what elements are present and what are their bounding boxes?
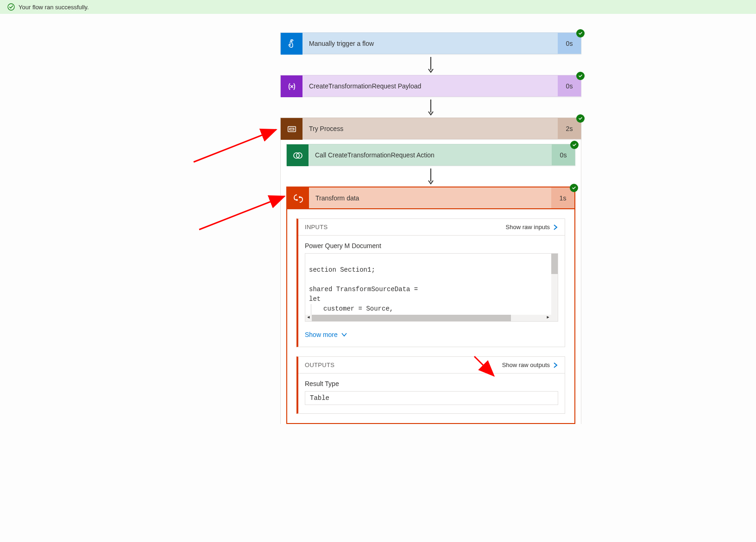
svg-rect-3 <box>288 126 296 131</box>
dataverse-icon <box>287 144 309 166</box>
success-banner: Your flow ran successfully. <box>0 0 756 14</box>
transform-icon <box>287 187 309 209</box>
scroll-right-arrow-icon[interactable]: ► <box>545 315 551 321</box>
svg-line-11 <box>199 196 284 230</box>
connector-arrow <box>280 97 581 118</box>
step-transform-data[interactable]: Transform data 1s <box>286 187 575 209</box>
success-message: Your flow ran successfully. <box>19 4 89 11</box>
scroll-left-arrow-icon[interactable]: ◄ <box>305 315 312 321</box>
chevron-right-icon <box>553 362 558 368</box>
scope-icon <box>281 118 302 140</box>
chevron-right-icon <box>553 224 558 230</box>
inputs-section: INPUTS Show raw inputs Power Query M Doc… <box>296 218 565 347</box>
svg-point-8 <box>296 199 297 200</box>
vertical-scrollbar-thumb[interactable] <box>551 254 558 274</box>
inputs-heading: INPUTS <box>305 224 328 231</box>
step-scope[interactable]: Try Process 2s <box>280 118 581 139</box>
outputs-section: OUTPUTS Show raw outputs Result Type Tab… <box>296 356 565 414</box>
show-raw-inputs-link[interactable]: Show raw inputs <box>506 224 558 231</box>
step-title: Manually trigger a flow <box>302 33 558 54</box>
step-call-action[interactable]: Call CreateTransformationRequest Action … <box>286 144 575 166</box>
step-title: CreateTransformationRequest Payload <box>302 75 558 96</box>
status-badge <box>570 141 579 149</box>
show-raw-outputs-link[interactable]: Show raw outputs <box>502 361 558 368</box>
svg-rect-4 <box>290 128 294 130</box>
scope-body: Call CreateTransformationRequest Action … <box>280 139 581 424</box>
connector-arrow <box>286 166 575 187</box>
horizontal-scrollbar-thumb[interactable] <box>312 315 511 321</box>
inputs-field-label: Power Query M Document <box>305 242 558 249</box>
variable-icon <box>281 75 302 97</box>
svg-point-0 <box>8 4 14 10</box>
result-type-value: Table <box>305 391 558 405</box>
outputs-heading: OUTPUTS <box>305 361 334 368</box>
status-badge <box>570 184 578 192</box>
status-badge <box>576 114 585 123</box>
flow-canvas: Manually trigger a flow 0s CreateTransfo… <box>0 14 756 542</box>
chevron-down-icon <box>341 332 347 337</box>
step-trigger[interactable]: Manually trigger a flow 0s <box>280 32 581 54</box>
step-title: Transform data <box>309 187 551 208</box>
success-icon <box>7 3 15 11</box>
transform-detail-panel: INPUTS Show raw inputs Power Query M Doc… <box>286 209 575 424</box>
show-more-link[interactable]: Show more <box>305 331 347 338</box>
touch-icon <box>281 33 302 55</box>
svg-point-9 <box>299 197 300 198</box>
svg-line-10 <box>194 130 276 162</box>
code-viewer[interactable]: section Section1; shared TransformSource… <box>305 253 558 322</box>
status-badge <box>576 29 585 37</box>
connector-arrow <box>280 54 581 75</box>
status-badge <box>576 72 585 80</box>
step-title: Call CreateTransformationRequest Action <box>309 144 552 165</box>
outputs-field-label: Result Type <box>305 380 558 387</box>
step-variable[interactable]: CreateTransformationRequest Payload 0s <box>280 75 581 97</box>
step-title: Try Process <box>302 118 558 139</box>
